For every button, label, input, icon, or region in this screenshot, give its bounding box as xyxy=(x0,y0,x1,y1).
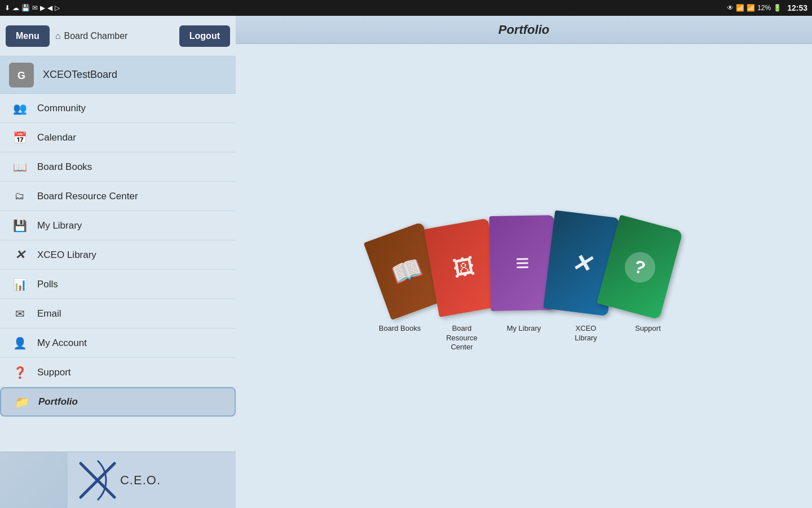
board-books-icon: 📖 xyxy=(11,160,28,174)
status-icon-5: ▶ xyxy=(40,4,45,12)
user-name: XCEOTestBoard xyxy=(43,69,117,81)
books-visual: 📖 🖼 ≡ ✕ xyxy=(363,198,685,310)
calendar-icon: 📅 xyxy=(11,131,28,144)
label-board-resource-center: BoardResourceCenter xyxy=(431,322,493,355)
nav-label-portfolio: Portfolio xyxy=(38,396,78,408)
books-container: 📖 🖼 ≡ ✕ xyxy=(363,198,685,355)
label-board-books: Board Books xyxy=(369,322,431,336)
book-icon-board-resource-center: 🖼 xyxy=(451,253,476,281)
main-content: Portfolio 📖 🖼 ≡ xyxy=(236,16,812,508)
support-icon: ❓ xyxy=(11,366,28,379)
app-container: Menu ⌂ Board Chamber Logout G XCEOTestBo… xyxy=(0,16,812,508)
sidebar-item-xceo-library[interactable]: ✕ XCEO Library xyxy=(0,240,236,270)
wifi-icon: 📶 xyxy=(736,4,744,12)
books-labels: Board Books BoardResourceCenter My Libra… xyxy=(369,322,679,355)
polls-icon: 📊 xyxy=(11,278,28,291)
nav-label-xceo-library: XCEO Library xyxy=(37,249,96,261)
sidebar-logo: C.E.O. xyxy=(0,452,236,508)
my-account-icon: 👤 xyxy=(11,336,28,350)
nav-label-board-resource-center: Board Resource Center xyxy=(37,191,138,202)
email-icon: ✉ xyxy=(11,307,28,321)
battery-label: 12% xyxy=(757,4,771,12)
xceo-library-icon: ✕ xyxy=(11,248,28,262)
sidebar-item-community[interactable]: 👥 Community xyxy=(0,94,236,123)
book-icon-board-books: 📖 xyxy=(387,252,426,290)
status-icon-7: ▷ xyxy=(55,4,60,12)
sidebar-item-my-account[interactable]: 👤 My Account xyxy=(0,329,236,358)
nav-label-support: Support xyxy=(37,367,71,378)
status-icon-4: ✉ xyxy=(32,4,38,12)
status-right-icons: 👁 📶 📶 12% 🔋 12:53 xyxy=(727,3,807,12)
main-header: Portfolio xyxy=(236,16,812,44)
label-xceo-library: XCEOLibrary xyxy=(555,322,617,345)
home-icon: ⌂ xyxy=(55,31,61,41)
sidebar: Menu ⌂ Board Chamber Logout G XCEOTestBo… xyxy=(0,16,236,508)
nav-label-email: Email xyxy=(37,308,61,319)
menu-button[interactable]: Menu xyxy=(6,25,50,47)
label-support: Support xyxy=(617,322,679,336)
label-my-library: My Library xyxy=(493,322,555,336)
xceo-x-logo xyxy=(75,458,120,503)
nav-list: 👥 Community 📅 Calendar 📖 Board Books 🗂 B… xyxy=(0,94,236,452)
sidebar-item-email[interactable]: ✉ Email xyxy=(0,299,236,329)
sidebar-item-board-resource-center[interactable]: 🗂 Board Resource Center xyxy=(0,182,236,211)
nav-label-community: Community xyxy=(37,103,86,114)
sidebar-item-support[interactable]: ❓ Support xyxy=(0,358,236,387)
battery-icon: 🔋 xyxy=(773,4,782,12)
user-row: G XCEOTestBoard xyxy=(0,56,236,94)
status-bar: ⬇ ☁ 💾 ✉ ▶ ◀ ▷ 👁 📶 📶 12% 🔋 12:53 xyxy=(0,0,812,16)
support-question-icon: ? xyxy=(632,256,647,279)
ceo-text: C.E.O. xyxy=(120,473,161,488)
nav-label-my-library: My Library xyxy=(37,220,82,231)
community-icon: 👥 xyxy=(11,102,28,115)
time-display: 12:53 xyxy=(787,3,807,12)
breadcrumb: ⌂ Board Chamber xyxy=(55,31,174,41)
nav-label-board-books: Board Books xyxy=(37,161,92,173)
portfolio-icon: 📁 xyxy=(12,395,29,409)
sidebar-item-portfolio[interactable]: 📁 Portfolio xyxy=(0,387,236,417)
nav-label-polls: Polls xyxy=(37,279,58,290)
main-body: 📖 🖼 ≡ ✕ xyxy=(236,44,812,508)
board-resource-center-icon: 🗂 xyxy=(11,190,28,202)
status-icon-6: ◀ xyxy=(47,4,52,12)
sidebar-topbar: Menu ⌂ Board Chamber Logout xyxy=(0,16,236,56)
sidebar-item-board-books[interactable]: 📖 Board Books xyxy=(0,152,236,182)
support-circle: ? xyxy=(621,248,659,286)
signal-icon: 📶 xyxy=(747,4,755,12)
main-title: Portfolio xyxy=(498,23,549,37)
eye-icon: 👁 xyxy=(727,4,734,12)
user-avatar: G xyxy=(9,63,34,87)
status-icon-1: ⬇ xyxy=(5,4,10,12)
status-icon-2: ☁ xyxy=(12,4,19,12)
xceo-logo-area: C.E.O. xyxy=(75,458,161,503)
sidebar-item-calendar[interactable]: 📅 Calendar xyxy=(0,123,236,152)
svg-text:G: G xyxy=(17,69,25,81)
status-icon-3: 💾 xyxy=(21,4,30,12)
logout-button[interactable]: Logout xyxy=(179,25,230,47)
sidebar-item-polls[interactable]: 📊 Polls xyxy=(0,270,236,299)
sidebar-item-my-library[interactable]: 💾 My Library xyxy=(0,211,236,240)
nav-label-my-account: My Account xyxy=(37,338,87,349)
breadcrumb-title: Board Chamber xyxy=(64,31,127,41)
nav-label-calendar: Calendar xyxy=(37,132,76,143)
book-icon-my-library: ≡ xyxy=(515,249,529,276)
book-icon-xceo-library: ✕ xyxy=(570,248,593,278)
status-left-icons: ⬇ ☁ 💾 ✉ ▶ ◀ ▷ xyxy=(5,4,60,12)
my-library-icon: 💾 xyxy=(11,219,28,233)
